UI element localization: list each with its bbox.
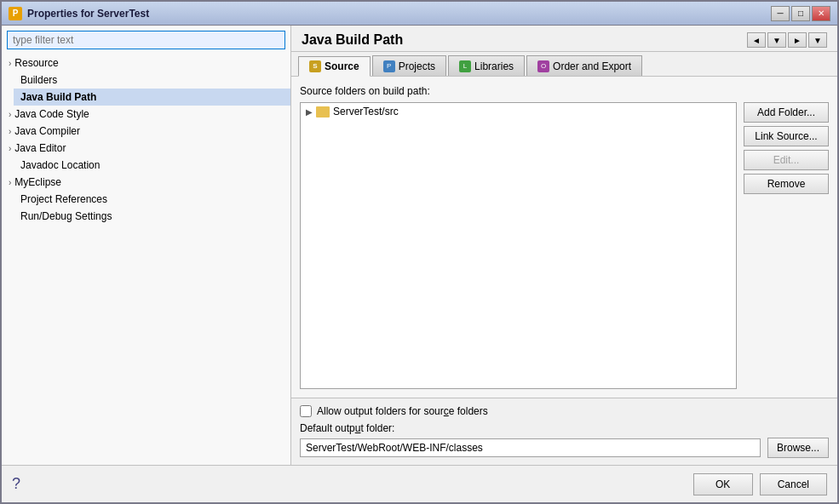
- window-icon: P: [9, 7, 22, 20]
- edit-button[interactable]: Edit...: [744, 150, 829, 170]
- tab-bar: S Source P Projects L Libraries O Order …: [291, 52, 837, 77]
- sidebar-item-builders[interactable]: Builders: [14, 72, 290, 89]
- checkbox-row: Allow output folders for source folders: [300, 405, 829, 417]
- close-button[interactable]: ✕: [812, 6, 830, 21]
- source-content-area: Source folders on build path: ▶ ServerTe…: [291, 77, 837, 398]
- expand-arrow: ›: [9, 110, 11, 119]
- source-tab-icon: S: [309, 60, 321, 72]
- main-window: P Properties for ServerTest ─ □ ✕ › Reso…: [0, 0, 839, 504]
- sidebar-item-label: Javadoc Location: [20, 159, 100, 171]
- sidebar-item-java-build-path[interactable]: Java Build Path: [14, 89, 290, 106]
- source-folders-label: Source folders on build path:: [300, 85, 829, 97]
- allow-output-checkbox[interactable]: [300, 405, 312, 417]
- sidebar-item-run-debug-settings[interactable]: Run/Debug Settings: [14, 208, 290, 225]
- tree-expand-arrow: ▶: [306, 107, 313, 117]
- sidebar: › Resource Builders Java Build Path › Ja…: [2, 26, 291, 465]
- tab-order-export[interactable]: O Order and Export: [526, 55, 642, 76]
- sidebar-item-label: Java Compiler: [14, 125, 80, 137]
- browse-button[interactable]: Browse...: [767, 438, 829, 458]
- libraries-tab-icon: L: [459, 60, 471, 72]
- nav-dropdown-button[interactable]: ▼: [767, 32, 786, 48]
- expand-arrow: ›: [9, 178, 11, 187]
- action-buttons: Add Folder... Link Source... Edit... Rem…: [744, 102, 829, 389]
- sidebar-item-java-compiler[interactable]: › Java Compiler: [2, 123, 290, 140]
- forward-button[interactable]: ►: [788, 32, 807, 48]
- projects-tab-icon: P: [383, 60, 395, 72]
- tab-order-export-label: Order and Export: [553, 60, 631, 72]
- nav-menu-button[interactable]: ▼: [808, 32, 827, 48]
- output-row: Browse...: [300, 438, 829, 458]
- main-content: › Resource Builders Java Build Path › Ja…: [2, 26, 837, 465]
- link-source-button[interactable]: Link Source...: [744, 126, 829, 146]
- sidebar-item-myeclipse[interactable]: › MyEclipse: [2, 174, 290, 191]
- window-controls: ─ □ ✕: [771, 6, 830, 21]
- panel-header: Java Build Path ◄ ▼ ► ▼: [291, 26, 837, 52]
- tab-projects-label: Projects: [399, 60, 435, 72]
- window-title: Properties for ServerTest: [27, 8, 771, 20]
- right-panel: Java Build Path ◄ ▼ ► ▼ S Source P Proje…: [291, 26, 837, 465]
- tab-projects[interactable]: P Projects: [372, 55, 446, 76]
- tab-source-label: Source: [325, 60, 359, 72]
- sidebar-item-label: Java Editor: [14, 142, 66, 154]
- sidebar-item-label: Java Code Style: [14, 108, 89, 120]
- sidebar-item-project-references[interactable]: Project References: [14, 191, 290, 208]
- minimize-button[interactable]: ─: [771, 6, 790, 21]
- tab-libraries-label: Libraries: [474, 60, 514, 72]
- expand-arrow: ›: [9, 127, 11, 136]
- expand-arrow: ›: [9, 144, 11, 153]
- sidebar-item-resource[interactable]: › Resource: [2, 54, 290, 72]
- maximize-button[interactable]: □: [791, 6, 810, 21]
- sidebar-item-label: MyEclipse: [14, 176, 61, 188]
- sidebar-item-label: Java Build Path: [20, 91, 96, 103]
- sidebar-item-label: Builders: [20, 74, 57, 86]
- tab-libraries[interactable]: L Libraries: [448, 55, 525, 76]
- titlebar: P Properties for ServerTest ─ □ ✕: [2, 2, 837, 26]
- output-folder-input[interactable]: [300, 438, 761, 457]
- sidebar-item-label: Project References: [20, 193, 107, 205]
- help-icon[interactable]: ?: [12, 475, 20, 493]
- ok-button[interactable]: OK: [693, 473, 753, 495]
- remove-button[interactable]: Remove: [744, 174, 829, 194]
- source-folders-tree[interactable]: ▶ ServerTest/src: [300, 102, 737, 389]
- panel-title: Java Build Path: [302, 32, 403, 48]
- default-output-label: Default output folder:: [300, 422, 829, 434]
- sidebar-item-java-editor[interactable]: › Java Editor: [2, 140, 290, 157]
- build-path-area: ▶ ServerTest/src Add Folder... Link Sour…: [300, 102, 829, 389]
- back-button[interactable]: ◄: [747, 32, 766, 48]
- sidebar-item-label: Run/Debug Settings: [20, 210, 112, 222]
- bottom-section: Allow output folders for source folders …: [291, 398, 837, 465]
- order-export-tab-icon: O: [537, 60, 549, 72]
- tree-view-item[interactable]: ▶ ServerTest/src: [301, 103, 736, 120]
- sidebar-item-label: Resource: [14, 57, 58, 69]
- footer-buttons: OK Cancel: [693, 473, 827, 495]
- source-folder-name: ServerTest/src: [333, 106, 399, 117]
- folder-icon: [316, 106, 330, 117]
- cancel-button[interactable]: Cancel: [760, 473, 827, 495]
- nav-buttons: ◄ ▼ ► ▼: [747, 32, 827, 48]
- filter-input[interactable]: [7, 31, 285, 49]
- allow-output-label: Allow output folders for source folders: [317, 405, 488, 417]
- footer: ? OK Cancel: [2, 465, 837, 502]
- expand-arrow: ›: [9, 59, 11, 68]
- sidebar-item-javadoc-location[interactable]: Javadoc Location: [14, 157, 290, 174]
- sidebar-item-java-code-style[interactable]: › Java Code Style: [2, 106, 290, 123]
- tab-source[interactable]: S Source: [298, 56, 371, 77]
- add-folder-button[interactable]: Add Folder...: [744, 102, 829, 123]
